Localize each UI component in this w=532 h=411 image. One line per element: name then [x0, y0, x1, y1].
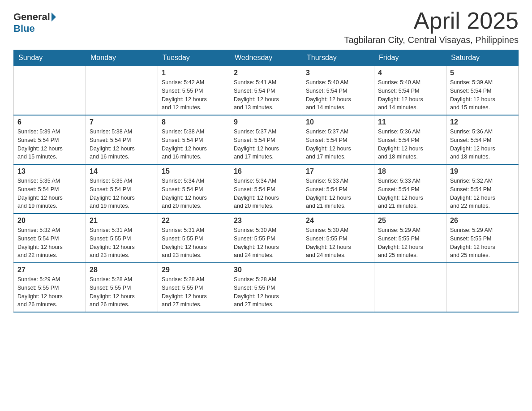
day-info: Sunrise: 5:29 AMSunset: 5:55 PMDaylight:… [17, 275, 82, 309]
day-number: 30 [234, 266, 298, 274]
day-info: Sunrise: 5:28 AMSunset: 5:55 PMDaylight:… [162, 275, 226, 309]
calendar-cell: 1Sunrise: 5:42 AMSunset: 5:55 PMDaylight… [158, 66, 230, 115]
calendar-cell: 28Sunrise: 5:28 AMSunset: 5:55 PMDayligh… [86, 263, 158, 312]
day-info: Sunrise: 5:36 AMSunset: 5:54 PMDaylight:… [378, 128, 442, 161]
day-info: Sunrise: 5:34 AMSunset: 5:54 PMDaylight:… [234, 177, 298, 210]
day-info: Sunrise: 5:33 AMSunset: 5:54 PMDaylight:… [306, 177, 370, 210]
day-number: 20 [17, 217, 82, 225]
day-number: 16 [234, 167, 298, 176]
day-number: 14 [90, 167, 154, 176]
day-number: 4 [378, 69, 442, 77]
day-info: Sunrise: 5:32 AMSunset: 5:54 PMDaylight:… [450, 177, 515, 210]
day-number: 1 [162, 69, 226, 77]
calendar-cell: 16Sunrise: 5:34 AMSunset: 5:54 PMDayligh… [230, 164, 302, 214]
calendar-cell: 27Sunrise: 5:29 AMSunset: 5:55 PMDayligh… [14, 263, 86, 312]
logo: General Blue [13, 11, 57, 34]
day-info: Sunrise: 5:41 AMSunset: 5:54 PMDaylight:… [234, 78, 298, 112]
day-info: Sunrise: 5:35 AMSunset: 5:54 PMDaylight:… [90, 177, 154, 210]
week-row-4: 20Sunrise: 5:32 AMSunset: 5:54 PMDayligh… [14, 214, 519, 263]
calendar-cell [14, 66, 86, 115]
weekday-header-wednesday: Wednesday [230, 50, 302, 66]
calendar-cell: 21Sunrise: 5:31 AMSunset: 5:55 PMDayligh… [86, 214, 158, 263]
logo-general: General [13, 11, 50, 23]
calendar-cell: 23Sunrise: 5:30 AMSunset: 5:55 PMDayligh… [230, 214, 302, 263]
day-info: Sunrise: 5:31 AMSunset: 5:55 PMDaylight:… [90, 226, 154, 260]
calendar-cell [446, 263, 519, 312]
day-info: Sunrise: 5:33 AMSunset: 5:54 PMDaylight:… [378, 177, 442, 210]
day-info: Sunrise: 5:37 AMSunset: 5:54 PMDaylight:… [306, 128, 370, 161]
day-info: Sunrise: 5:35 AMSunset: 5:54 PMDaylight:… [17, 177, 82, 210]
calendar-cell: 11Sunrise: 5:36 AMSunset: 5:54 PMDayligh… [374, 115, 446, 164]
calendar-cell [86, 66, 158, 115]
day-number: 27 [17, 266, 82, 274]
day-number: 11 [378, 118, 442, 126]
calendar-cell: 29Sunrise: 5:28 AMSunset: 5:55 PMDayligh… [158, 263, 230, 312]
day-number: 29 [162, 266, 226, 274]
calendar-cell: 12Sunrise: 5:36 AMSunset: 5:54 PMDayligh… [446, 115, 519, 164]
calendar-cell: 22Sunrise: 5:31 AMSunset: 5:55 PMDayligh… [158, 214, 230, 263]
day-info: Sunrise: 5:32 AMSunset: 5:54 PMDaylight:… [17, 226, 82, 260]
day-number: 10 [306, 118, 370, 126]
calendar-table: SundayMondayTuesdayWednesdayThursdayFrid… [13, 50, 519, 313]
weekday-header-sunday: Sunday [14, 50, 86, 66]
calendar-cell: 20Sunrise: 5:32 AMSunset: 5:54 PMDayligh… [14, 214, 86, 263]
week-row-3: 13Sunrise: 5:35 AMSunset: 5:54 PMDayligh… [14, 164, 519, 214]
day-number: 22 [162, 217, 226, 225]
weekday-header-thursday: Thursday [302, 50, 374, 66]
calendar-cell: 18Sunrise: 5:33 AMSunset: 5:54 PMDayligh… [374, 164, 446, 214]
day-number: 23 [234, 217, 298, 225]
day-info: Sunrise: 5:40 AMSunset: 5:54 PMDaylight:… [378, 78, 442, 112]
day-info: Sunrise: 5:36 AMSunset: 5:54 PMDaylight:… [450, 128, 515, 161]
logo-arrow-icon [51, 13, 56, 21]
weekday-header-friday: Friday [374, 50, 446, 66]
calendar-cell: 6Sunrise: 5:39 AMSunset: 5:54 PMDaylight… [14, 115, 86, 164]
title-section: April 2025 Tagbilaran City, Central Visa… [344, 9, 519, 45]
week-row-2: 6Sunrise: 5:39 AMSunset: 5:54 PMDaylight… [14, 115, 519, 164]
day-info: Sunrise: 5:38 AMSunset: 5:54 PMDaylight:… [90, 128, 154, 161]
calendar-cell: 8Sunrise: 5:38 AMSunset: 5:54 PMDaylight… [158, 115, 230, 164]
calendar-cell: 4Sunrise: 5:40 AMSunset: 5:54 PMDaylight… [374, 66, 446, 115]
weekday-header-row: SundayMondayTuesdayWednesdayThursdayFrid… [14, 50, 519, 66]
day-number: 24 [306, 217, 370, 225]
day-info: Sunrise: 5:28 AMSunset: 5:55 PMDaylight:… [90, 275, 154, 309]
day-number: 2 [234, 69, 298, 77]
day-number: 28 [90, 266, 154, 274]
calendar-cell: 17Sunrise: 5:33 AMSunset: 5:54 PMDayligh… [302, 164, 374, 214]
calendar-cell: 13Sunrise: 5:35 AMSunset: 5:54 PMDayligh… [14, 164, 86, 214]
calendar-cell: 10Sunrise: 5:37 AMSunset: 5:54 PMDayligh… [302, 115, 374, 164]
week-row-1: 1Sunrise: 5:42 AMSunset: 5:55 PMDaylight… [14, 66, 519, 115]
calendar-cell: 15Sunrise: 5:34 AMSunset: 5:54 PMDayligh… [158, 164, 230, 214]
day-number: 7 [90, 118, 154, 126]
calendar-cell: 9Sunrise: 5:37 AMSunset: 5:54 PMDaylight… [230, 115, 302, 164]
day-number: 8 [162, 118, 226, 126]
calendar-cell: 2Sunrise: 5:41 AMSunset: 5:54 PMDaylight… [230, 66, 302, 115]
week-row-5: 27Sunrise: 5:29 AMSunset: 5:55 PMDayligh… [14, 263, 519, 312]
day-number: 6 [17, 118, 82, 126]
calendar-cell: 24Sunrise: 5:30 AMSunset: 5:55 PMDayligh… [302, 214, 374, 263]
day-number: 9 [234, 118, 298, 126]
calendar-cell: 14Sunrise: 5:35 AMSunset: 5:54 PMDayligh… [86, 164, 158, 214]
day-number: 19 [450, 167, 515, 176]
day-info: Sunrise: 5:29 AMSunset: 5:55 PMDaylight:… [450, 226, 515, 260]
day-info: Sunrise: 5:29 AMSunset: 5:55 PMDaylight:… [378, 226, 442, 260]
day-number: 12 [450, 118, 515, 126]
calendar-cell [374, 263, 446, 312]
day-number: 15 [162, 167, 226, 176]
day-number: 13 [17, 167, 82, 176]
weekday-header-tuesday: Tuesday [158, 50, 230, 66]
day-info: Sunrise: 5:40 AMSunset: 5:54 PMDaylight:… [306, 78, 370, 112]
calendar-cell: 19Sunrise: 5:32 AMSunset: 5:54 PMDayligh… [446, 164, 519, 214]
day-number: 3 [306, 69, 370, 77]
page-header: General Blue April 2025 Tagbilaran City,… [13, 9, 519, 45]
day-info: Sunrise: 5:34 AMSunset: 5:54 PMDaylight:… [162, 177, 226, 210]
location-title: Tagbilaran City, Central Visayas, Philip… [344, 35, 519, 45]
day-number: 21 [90, 217, 154, 225]
month-title: April 2025 [344, 9, 519, 32]
day-number: 17 [306, 167, 370, 176]
calendar-cell: 25Sunrise: 5:29 AMSunset: 5:55 PMDayligh… [374, 214, 446, 263]
calendar-cell [302, 263, 374, 312]
day-number: 18 [378, 167, 442, 176]
day-info: Sunrise: 5:37 AMSunset: 5:54 PMDaylight:… [234, 128, 298, 161]
weekday-header-saturday: Saturday [446, 50, 519, 66]
day-number: 26 [450, 217, 515, 225]
